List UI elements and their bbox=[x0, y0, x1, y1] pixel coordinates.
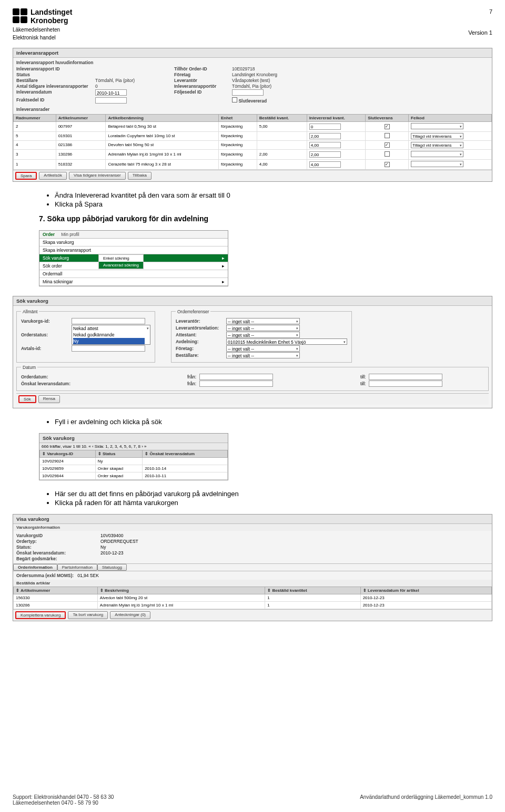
instruction-list-2: Fyll i er avdelning och klicka på sök bbox=[55, 418, 492, 426]
info-value: 10V039400 bbox=[100, 533, 489, 538]
input-fraktsedel[interactable] bbox=[95, 97, 127, 104]
col-header: Slutleverans bbox=[366, 114, 409, 121]
input-inlev-kvant[interactable]: 4,00 bbox=[309, 142, 341, 148]
logo-icon bbox=[13, 8, 27, 23]
input-foljesedel[interactable] bbox=[232, 89, 264, 96]
tab-min-profil[interactable]: Min profil bbox=[58, 231, 82, 238]
tab-statuslogg[interactable]: Statuslogg bbox=[97, 564, 127, 571]
checkbox-slutleverans[interactable]: ✓ bbox=[385, 162, 390, 167]
lbl-ordersumma: Ordersumma (exkl MOMS): bbox=[16, 573, 74, 578]
checkbox-slutleverans[interactable]: ✓ bbox=[385, 142, 390, 148]
table-row[interactable]: 10V029859Order skapad2010-10-14 bbox=[40, 465, 228, 472]
lbl-levrel: Leverantörsrelation: bbox=[176, 325, 223, 331]
select-felkod[interactable]: Tillagd vid inleverans bbox=[411, 142, 463, 148]
select-foretag[interactable]: -- inget valt -- bbox=[226, 345, 300, 352]
sok-button[interactable]: Sök bbox=[18, 395, 36, 403]
menu-skapa-inleveransrapport[interactable]: Skapa inleveransrapport bbox=[39, 246, 228, 254]
section-bestallda: Beställda artiklar bbox=[13, 580, 492, 587]
checkbox-slutlevererad[interactable] bbox=[232, 97, 237, 102]
select-bestallare[interactable]: -- inget valt -- bbox=[226, 352, 300, 358]
menu-skapa-varukorg[interactable]: Skapa varukorg bbox=[39, 239, 228, 246]
select-felkod[interactable]: Tillagd vid inleverans bbox=[411, 133, 463, 139]
select-avdelning[interactable]: 0102015 Medicinkliniken Enhet 5 Växjö bbox=[226, 338, 347, 345]
anteckningar-button[interactable]: Anteckningar (0) bbox=[110, 611, 150, 619]
unit-line1: Läkemedelsenheten bbox=[13, 27, 72, 33]
results-table: ⇕ Varukorgs-ID⇕ Status⇕ Önskat leveransd… bbox=[39, 450, 228, 480]
table-row: 2007997Betapred tabl 0,5mg 30 stförpackn… bbox=[14, 121, 492, 131]
instruction-list-1: Ändra Inlevererad kvantitet på den vara … bbox=[55, 191, 492, 208]
val-rapportor: Törndahl, Pia (pitor) bbox=[232, 84, 489, 89]
lbl-slutlev: Slutlevererad bbox=[238, 98, 267, 104]
table-row[interactable]: 10V029844Order skapad2010-10-11 bbox=[40, 472, 228, 479]
tillbaka-button[interactable]: Tillbaka bbox=[128, 172, 152, 180]
tab-partsinfo[interactable]: Partsinformation bbox=[57, 564, 97, 571]
select-felkod[interactable] bbox=[411, 123, 463, 129]
screenshot-visa-varukorg: Visa varukorg Varukorgsinformation Varuk… bbox=[13, 514, 492, 621]
select-felkod[interactable] bbox=[411, 151, 463, 157]
lbl-leverantor: Leverantör: bbox=[176, 318, 223, 324]
checkbox-slutleverans[interactable] bbox=[385, 133, 390, 138]
input-orderdatum-till[interactable] bbox=[369, 374, 442, 380]
subheader: Varukorgsinformation bbox=[13, 524, 492, 531]
input-inlev-kvant[interactable]: 0 bbox=[309, 124, 341, 130]
tab-orderinfo[interactable]: Orderinformation bbox=[13, 564, 57, 571]
input-orderdatum-fran[interactable] bbox=[199, 374, 273, 380]
tab-order[interactable]: Order bbox=[39, 231, 58, 238]
checkbox-slutleverans[interactable]: ✓ bbox=[385, 124, 390, 129]
legend-allmant: Allmänt bbox=[21, 309, 39, 314]
lbl-onskat: Önskat leveransdatum: bbox=[21, 381, 100, 386]
col-header[interactable]: ⇕ Önskat leveransdatum bbox=[143, 450, 228, 457]
info-value: ORDERREQUEST bbox=[100, 539, 489, 544]
tabort-button[interactable]: Ta bort varukorg bbox=[68, 611, 108, 619]
col-header: Radnummer bbox=[14, 114, 56, 121]
input-onskat-till[interactable] bbox=[369, 381, 442, 387]
info-label: Ordertyp: bbox=[16, 539, 100, 544]
input-inlev-kvant[interactable]: 2,00 bbox=[309, 151, 341, 158]
select-attestant[interactable]: -- inget valt -- bbox=[226, 332, 300, 338]
col-header: ⇕ Beskrivning bbox=[97, 587, 265, 594]
info-grid: VarukorgsID10V039400Ordertyp:ORDERREQUES… bbox=[13, 531, 492, 563]
select-orderstatus[interactable]: Nekad attest Nekad godkännande Ny bbox=[72, 325, 150, 345]
panel-title: Sök varukorg bbox=[13, 296, 492, 306]
select-levrel[interactable]: -- inget valt -- bbox=[226, 325, 300, 331]
lbl-rapport-id: Inleveransrapport ID bbox=[16, 66, 95, 71]
checkbox-slutleverans[interactable] bbox=[385, 151, 390, 157]
input-inlev-kvant[interactable]: 4,00 bbox=[309, 161, 341, 168]
col-header: Artikelbenämning bbox=[106, 114, 219, 121]
lbl-order-id: Tillhör Order-ID bbox=[174, 66, 232, 71]
rensa-button[interactable]: Rensa bbox=[38, 395, 60, 403]
menu-ordermall[interactable]: Ordermall bbox=[39, 270, 228, 278]
val-order-id: 10E029718 bbox=[232, 66, 489, 71]
submenu-enkel[interactable]: Enkel sökning bbox=[99, 255, 143, 262]
col-header[interactable]: ⇕ Status bbox=[95, 450, 142, 457]
support-line2: Läkemedelsenheten 0470 - 58 79 90 bbox=[13, 800, 114, 806]
lbl-orderstatus: Orderstatus: bbox=[21, 332, 68, 337]
artikelsök-button[interactable]: Artikelsök bbox=[39, 172, 67, 180]
input-inlev-kvant[interactable]: 2,00 bbox=[309, 133, 341, 139]
menu-mina-sokningar[interactable]: Mina sökningar▸ bbox=[39, 278, 228, 286]
section-heading-7: 7. Söka upp påbörjad varukorg för din av… bbox=[39, 214, 492, 223]
submenu-flyout: Enkel sökning Avancerad sökning bbox=[98, 254, 144, 269]
table-row: 5019301Loratadin Copyfarm tabl 10mg 10 s… bbox=[14, 131, 492, 140]
brand-line2: Kronoberg bbox=[31, 16, 72, 25]
input-inlev-datum[interactable]: 2010-10-11 bbox=[95, 89, 127, 96]
col-header[interactable]: ⇕ Varukorgs-ID bbox=[40, 450, 96, 457]
submenu-avancerad[interactable]: Avancerad sökning bbox=[99, 262, 143, 269]
spara-button[interactable]: Spara bbox=[15, 172, 37, 180]
select-felkod[interactable] bbox=[411, 161, 463, 167]
val-ordersumma: 01,94 SEK bbox=[77, 573, 99, 578]
lbl-till2: till: bbox=[360, 381, 366, 386]
visa-tidigare-inleveranser-button[interactable]: Visa tidigare inleveranser bbox=[69, 172, 126, 180]
screenshot-inleveransrapport: Inleveransrapport Inleveransrapport huvu… bbox=[13, 48, 492, 182]
lbl-avdelning: Avdelning: bbox=[176, 339, 223, 344]
input-onskat-fran[interactable] bbox=[199, 381, 273, 387]
input-avtals-id[interactable] bbox=[72, 345, 145, 352]
bullet: Klicka på Spara bbox=[55, 200, 492, 208]
komplettera-button[interactable]: Komplettera varukorg bbox=[15, 611, 66, 619]
select-leverantor[interactable]: -- inget valt -- bbox=[226, 318, 300, 324]
screenshot-sok-resultat: Sök varukorg 666 träffar, visar 1 till 1… bbox=[39, 433, 228, 480]
lbl-rapportor: Inleveransrapportör bbox=[174, 84, 232, 89]
col-header: Beställd kvant. bbox=[257, 114, 307, 121]
input-varukorgs-id[interactable] bbox=[72, 318, 145, 324]
table-row[interactable]: 10V029024Ny bbox=[40, 457, 228, 465]
